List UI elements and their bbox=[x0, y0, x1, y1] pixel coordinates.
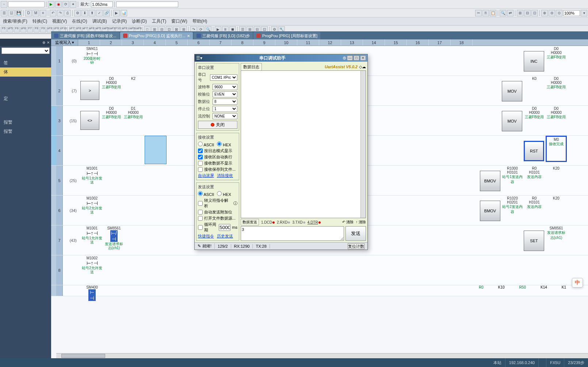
contact[interactable]: M1001⊢↑⊣ 站号1允许发送 bbox=[82, 166, 102, 181]
recv-logmode-check[interactable] bbox=[198, 148, 203, 153]
find-icon[interactable]: 🔍 bbox=[500, 10, 506, 16]
databits-select[interactable]: 8 bbox=[213, 98, 237, 105]
recv-save-check[interactable] bbox=[198, 167, 203, 172]
coil-bmov[interactable]: BMOV bbox=[480, 171, 500, 191]
sidebar-close-icon[interactable]: ✕ bbox=[47, 40, 50, 45]
sidebar-item-3[interactable] bbox=[0, 77, 51, 80]
menu-window[interactable]: 窗口(W) bbox=[171, 18, 187, 24]
recv-ascii-radio[interactable]: ASCII bbox=[198, 142, 214, 147]
sidebar-item-4[interactable]: 定 bbox=[0, 94, 51, 103]
coil-mov[interactable]: MOV bbox=[502, 81, 522, 101]
tb-combo-2[interactable] bbox=[116, 1, 178, 7]
log-textarea[interactable] bbox=[241, 70, 366, 218]
send-period-input[interactable] bbox=[219, 224, 230, 231]
send-loop-check[interactable] bbox=[198, 225, 203, 230]
sb-f9[interactable]: F9 bbox=[40, 27, 46, 32]
flow-select[interactable]: NONE bbox=[213, 113, 237, 119]
menu-diagnose[interactable]: 诊断(D) bbox=[132, 18, 147, 24]
horizontal-scrollbar[interactable] bbox=[56, 353, 588, 358]
diamond-icon[interactable]: ◇ bbox=[359, 65, 362, 69]
dialog-menu-icon[interactable]: ☰▾ bbox=[196, 55, 202, 61]
step-icon[interactable]: ⟳ bbox=[62, 1, 69, 8]
zoom-out-icon[interactable]: ⊖ bbox=[549, 10, 555, 16]
new-icon[interactable]: ☰ bbox=[1, 10, 7, 16]
menu-convert[interactable]: 转换(C) bbox=[33, 18, 47, 24]
contact[interactable]: SM411 ⊢↑⊣ 200毫秒时钟 bbox=[82, 47, 102, 61]
coil-rst[interactable]: RST bbox=[524, 141, 544, 161]
send-escape-check[interactable] bbox=[198, 201, 203, 206]
print-icon[interactable]: ⎙ bbox=[64, 10, 71, 16]
run-icon[interactable]: ▶ bbox=[48, 1, 54, 8]
sidebar-item-2[interactable]: 体 bbox=[0, 67, 51, 77]
menu-record[interactable]: 记录(R) bbox=[112, 18, 127, 24]
scrollbar-thumb[interactable] bbox=[61, 354, 105, 358]
coil-bmov[interactable]: BMOV bbox=[480, 201, 500, 221]
stop-icon[interactable]: ◉ bbox=[55, 1, 62, 8]
cloud-icon[interactable]: ☁ bbox=[362, 65, 366, 69]
sb-f8[interactable]: F8 bbox=[34, 27, 39, 32]
dev-icon[interactable]: D bbox=[25, 10, 32, 16]
recv-hide-check[interactable] bbox=[198, 161, 203, 166]
contact[interactable]: M1002⊢↑⊣ 站号2允许发送 bbox=[82, 196, 102, 211]
send-hex-radio[interactable]: HEX bbox=[217, 191, 231, 197]
ime-indicator[interactable]: 中 bbox=[572, 278, 583, 287]
recv-autoscroll-link[interactable]: 自动滚屏 bbox=[198, 173, 214, 178]
send-autoappend-check[interactable] bbox=[198, 210, 203, 215]
tab-1[interactable]: ProgPou [PRG] [LD] 监视执行...✕ bbox=[120, 32, 193, 39]
tab-close-icon[interactable]: ✕ bbox=[187, 34, 190, 38]
minimize-icon[interactable]: — bbox=[347, 55, 353, 61]
compare-box[interactable]: > bbox=[80, 81, 99, 100]
maximize-icon[interactable]: □ bbox=[354, 55, 359, 61]
max-value-input[interactable] bbox=[91, 1, 113, 7]
online-icon[interactable]: 🔗 bbox=[103, 10, 110, 16]
recv-hex-radio[interactable]: HEX bbox=[217, 142, 231, 147]
mon-icon[interactable]: M bbox=[33, 10, 39, 16]
sb-sf5[interactable]: sF5 bbox=[7, 27, 13, 32]
recv-clear-link[interactable]: 清除接收 bbox=[217, 173, 233, 178]
recv-autowrap-check[interactable] bbox=[198, 155, 203, 159]
replace-icon[interactable]: ⇄ bbox=[507, 10, 513, 16]
info-icon[interactable]: ⓘ bbox=[233, 201, 237, 206]
cut-icon[interactable]: ✂ bbox=[475, 10, 482, 16]
dialog-settings-icon[interactable]: ⊚ bbox=[343, 55, 346, 61]
sidebar-item-5[interactable]: 报警 bbox=[0, 118, 51, 127]
selection-block[interactable] bbox=[145, 136, 167, 164]
send-textarea[interactable]: 3 bbox=[241, 226, 344, 241]
sb-f7[interactable]: F7 bbox=[27, 27, 33, 32]
tb-blank-icon[interactable]: ▫ bbox=[1, 1, 7, 8]
verify-icon[interactable]: ✓ bbox=[96, 10, 103, 16]
menu-debug[interactable]: 调试(B) bbox=[92, 18, 107, 24]
coil-set[interactable]: SET bbox=[524, 231, 544, 251]
baud-select[interactable]: 9600 bbox=[213, 84, 237, 90]
trace-icon[interactable]: 📊 bbox=[121, 10, 127, 16]
tb-combo-1[interactable] bbox=[8, 1, 45, 7]
stopbits-select[interactable]: 1 bbox=[213, 106, 237, 112]
menu-help[interactable]: 帮助(H) bbox=[192, 18, 207, 24]
sidebar-select[interactable] bbox=[1, 47, 50, 54]
grid1-icon[interactable]: ⊞ bbox=[517, 10, 523, 16]
undo-icon[interactable]: ↶ bbox=[50, 10, 56, 16]
sidebar-item-6[interactable]: 报警 bbox=[0, 127, 51, 136]
grid3-icon[interactable]: ⊡ bbox=[531, 10, 538, 16]
redo-icon[interactable]: ↷ bbox=[57, 10, 64, 16]
close-icon[interactable]: ✕ bbox=[360, 55, 366, 61]
save-icon[interactable]: 💾 bbox=[15, 10, 22, 16]
sidebar-pin-icon[interactable]: ⊕ bbox=[42, 40, 45, 45]
coil-mov[interactable]: MOV bbox=[502, 111, 522, 131]
contact[interactable]: M1002⊢↑⊣ 站号2允许发送 bbox=[82, 256, 102, 271]
tab-2[interactable]: 三菱伺服 [FB] [LD] (182)步 bbox=[194, 32, 253, 39]
com-select[interactable]: COM1 #Prc bbox=[210, 74, 237, 81]
send-shortcut-link[interactable]: 快捷指令 bbox=[198, 233, 214, 239]
tab-3[interactable]: ProgPou [PRG] [局部标签设置] bbox=[253, 32, 320, 39]
mode-label[interactable]: 监视写入▾ bbox=[51, 39, 78, 46]
contact[interactable]: M1001⊢↑⊣ 站号1允许发送 bbox=[82, 226, 102, 241]
tab-0[interactable]: 三菱伺服 [FB] [函数/FB标签设... bbox=[51, 32, 119, 39]
reset-count-button[interactable]: 复位计数 bbox=[348, 243, 364, 249]
tool-icon[interactable]: ✦ bbox=[70, 1, 76, 8]
clear-send-link2[interactable]: ↑ 清除 bbox=[356, 220, 366, 225]
log-scrollbar[interactable] bbox=[360, 71, 366, 218]
zoom-in-icon[interactable]: ⊕ bbox=[541, 10, 548, 16]
paste-icon[interactable]: 📋 bbox=[490, 10, 496, 16]
sb-f6[interactable]: F6 bbox=[14, 27, 20, 32]
contact[interactable]: SM400⊢ ⊣ bbox=[82, 285, 102, 300]
